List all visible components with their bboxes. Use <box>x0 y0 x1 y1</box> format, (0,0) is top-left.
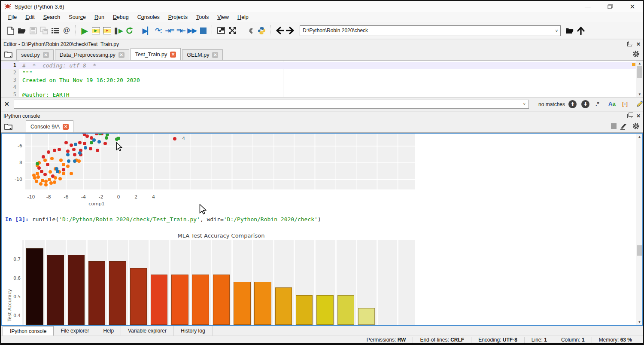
regex-toggle-icon[interactable]: .* <box>595 101 599 107</box>
scroll-up-icon[interactable]: ▲ <box>636 135 643 139</box>
close-tab-icon[interactable]: ✕ <box>212 52 218 58</box>
editor-scrollbar-thumb[interactable] <box>637 66 642 78</box>
clear-console-icon[interactable] <box>620 123 628 130</box>
menu-item-file[interactable]: File <box>4 13 21 21</box>
browse-tabs-icon[interactable] <box>4 122 14 131</box>
plugin-tab-file-explorer[interactable]: File explorer <box>54 326 96 336</box>
search-input[interactable] <box>14 100 529 109</box>
run-file-icon[interactable]: ▶ <box>79 25 90 36</box>
console-scrollbar-thumb[interactable] <box>637 245 642 256</box>
console-text-segment: In [3]: <box>5 216 32 223</box>
debug-file-icon[interactable]: ▶▏ <box>142 25 153 36</box>
highlight-matches-icon[interactable] <box>636 100 644 107</box>
menu-item-search[interactable]: Search <box>39 13 64 21</box>
menu-item-tools[interactable]: Tools <box>192 13 213 21</box>
debug-cell-icon[interactable]: ↷: <box>153 25 164 36</box>
run-selection-icon[interactable]: ❚▶ <box>112 25 124 36</box>
menu-item-edit[interactable]: Edit <box>21 13 39 21</box>
scrollbar-change-marker <box>632 63 635 66</box>
open-file-icon[interactable] <box>16 25 27 36</box>
fullscreen-icon[interactable] <box>227 25 238 36</box>
stop-debug-icon[interactable] <box>197 25 209 36</box>
menu-item-view[interactable]: View <box>213 13 233 21</box>
maximize-pane-icon[interactable] <box>216 25 227 36</box>
editor-tab-bar: seed.py✕Data_Preprocessing.py✕Test_Train… <box>1 48 643 61</box>
scroll-down-icon[interactable]: ▼ <box>636 320 643 324</box>
editor-tab-GELM.py[interactable]: GELM.py✕ <box>182 49 223 60</box>
run-cell-icon[interactable]: ▶ <box>90 25 101 36</box>
plugin-tab-help[interactable]: Help <box>96 326 121 336</box>
scatter-gridline <box>231 134 233 189</box>
rerun-cell-icon[interactable] <box>124 25 135 36</box>
preferences-wrench-icon[interactable] <box>245 25 256 36</box>
console-tab-label: Console 9/A <box>30 124 60 130</box>
editor-tab-seed.py[interactable]: seed.py✕ <box>16 49 54 60</box>
scroll-up-icon[interactable]: ▲ <box>636 61 643 65</box>
editor-scrollbar[interactable]: ▲ ▼ <box>636 61 643 97</box>
parent-directory-icon[interactable] <box>575 25 586 36</box>
scatter-point-cluster-orange <box>58 177 62 180</box>
plugin-tab-ipython-console[interactable]: IPython console <box>3 326 54 336</box>
menu-item-run[interactable]: Run <box>91 13 108 21</box>
code-editor[interactable]: 1# -*- coding: utf-8 -*-2"""3Created on … <box>1 61 643 97</box>
editor-tab-label: seed.py <box>21 52 40 58</box>
close-pane-icon[interactable]: ✕ <box>636 113 641 119</box>
console-scrollbar[interactable]: ▲ ▼ <box>636 134 643 325</box>
menu-item-projects[interactable]: Projects <box>164 13 191 21</box>
bar-12 <box>254 282 271 325</box>
menu-item-help[interactable]: Help <box>234 13 252 21</box>
chevron-down-icon[interactable]: ∨ <box>555 28 558 33</box>
interrupt-kernel-icon[interactable] <box>611 123 617 129</box>
whole-word-toggle-icon[interactable]: [-] <box>622 101 628 107</box>
ipython-console-output[interactable]: -10-8-6-4-2024-6-8-10comp14 In [3]: runf… <box>1 133 643 326</box>
menu-item-debug[interactable]: Debug <box>109 13 133 21</box>
undock-pane-icon[interactable] <box>627 42 632 46</box>
close-search-icon[interactable]: ✕ <box>4 101 9 107</box>
minimize-button[interactable]: — <box>584 3 592 10</box>
back-icon[interactable] <box>274 25 285 36</box>
menu-item-source[interactable]: Source <box>65 13 90 21</box>
close-tab-icon[interactable]: ✕ <box>43 52 49 58</box>
close-tab-icon[interactable]: ✕ <box>170 52 176 58</box>
bar-y-tick-label: 0.7 <box>9 256 21 262</box>
browse-directory-icon[interactable] <box>564 25 575 36</box>
search-history-chevron-icon[interactable]: ∨ <box>523 102 526 106</box>
close-tab-icon[interactable]: ✕ <box>63 124 69 130</box>
scatter-point-cluster-orange <box>41 179 44 182</box>
forward-icon[interactable] <box>285 25 296 36</box>
restore-button[interactable] <box>606 3 614 10</box>
case-sensitive-toggle-icon[interactable]: Aa <box>608 101 616 107</box>
editor-options-gear-icon[interactable] <box>632 50 640 58</box>
continue-execution-icon[interactable]: ▶▶ <box>186 25 197 36</box>
save-all-icon[interactable] <box>39 25 50 36</box>
plugin-tab-history-log[interactable]: History log <box>174 326 213 336</box>
scroll-down-icon[interactable]: ▼ <box>636 92 643 96</box>
status-memory: Memory: 63 % <box>592 337 639 343</box>
bar-8 <box>171 275 188 325</box>
close-tab-icon[interactable]: ✕ <box>118 52 125 58</box>
file-switcher-icon[interactable] <box>50 25 61 36</box>
console-tab[interactable]: Console 9/A ✕ <box>26 120 73 132</box>
run-cell-advance-icon[interactable]: ➤ <box>101 25 112 36</box>
step-return-icon[interactable]: ≡⇤ <box>175 25 186 36</box>
console-options-gear-icon[interactable] <box>632 122 640 130</box>
close-button[interactable]: ✕ <box>629 3 636 10</box>
step-over-icon[interactable]: ⇥≡ <box>164 25 175 36</box>
menu-item-consoles[interactable]: Consoles <box>134 13 164 21</box>
browse-tabs-icon[interactable] <box>4 50 14 59</box>
working-directory-combobox[interactable]: D:\Python\Robin 2020\check ∨ <box>300 25 561 36</box>
editor-tab-Test_Train.py[interactable]: Test_Train.py✕ <box>131 48 181 60</box>
plugin-tab-variable-explorer[interactable]: Variable explorer <box>121 326 174 336</box>
new-file-icon[interactable] <box>5 25 16 36</box>
symbol-finder-icon[interactable]: @ <box>61 25 72 36</box>
find-next-icon[interactable]: ⬇ <box>581 100 589 108</box>
bar-gridline <box>86 240 88 325</box>
find-previous-icon[interactable]: ⬆ <box>568 100 577 108</box>
undock-pane-icon[interactable] <box>627 114 632 118</box>
editor-tab-Data_Preprocessing.py[interactable]: Data_Preprocessing.py✕ <box>55 49 129 60</box>
bar-gridline <box>211 240 212 325</box>
save-icon[interactable] <box>27 25 39 36</box>
scatter-point-cluster-red <box>72 148 76 151</box>
close-pane-icon[interactable]: ✕ <box>636 42 641 47</box>
python-logo-icon[interactable] <box>256 25 267 36</box>
